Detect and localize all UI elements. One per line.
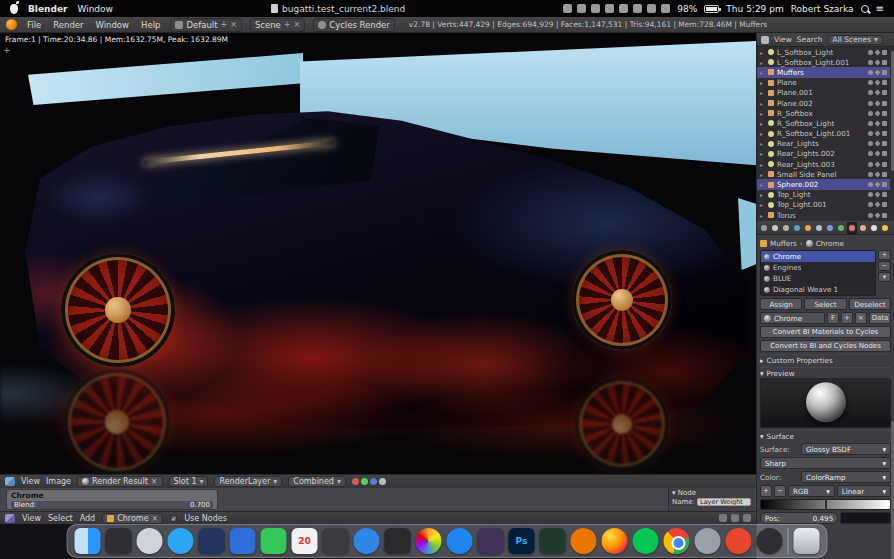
surface-panel-header[interactable]: ▾ Surface [760,430,891,441]
selectability-icon[interactable] [874,90,880,96]
tab-material[interactable] [847,222,857,234]
selectability-icon[interactable] [874,171,880,177]
expand-arrow-icon[interactable]: ▸ [760,212,765,219]
expand-arrow-icon[interactable]: ▸ [760,79,765,86]
slot-remove-button[interactable]: − [878,261,891,271]
renderability-icon[interactable] [882,121,887,126]
selectability-icon[interactable] [874,161,880,167]
preview-panel-header[interactable]: ▾ Preview [760,367,891,378]
dock-terminal-icon[interactable] [385,528,411,554]
renderability-icon[interactable] [882,192,887,197]
expand-arrow-icon[interactable]: ▸ [760,161,765,168]
dock-safari-icon[interactable] [168,528,194,554]
dock-launchpad-icon[interactable] [106,528,132,554]
window-menu[interactable]: Window [77,4,113,14]
colorramp-gradient[interactable] [760,499,891,510]
visibility-icon[interactable] [868,80,873,85]
visibility-icon[interactable] [868,151,873,156]
tab-render[interactable] [759,222,769,234]
material-unlink-button[interactable]: × [152,514,159,523]
spotlight-icon[interactable] [861,5,869,13]
link-data-button[interactable]: Data [869,312,891,324]
outliner-item-Top_Light[interactable]: ▸Top_Light [757,190,890,200]
new-material-button[interactable]: + [841,312,853,324]
renderability-icon[interactable] [882,111,887,116]
outliner-item-R_Softbox[interactable]: ▸R_Softbox [757,108,890,118]
green-channel-icon[interactable] [361,478,368,485]
expand-arrow-icon[interactable]: ▸ [760,49,765,56]
apple-menu-icon[interactable] [10,4,18,14]
expand-arrow-icon[interactable]: ▸ [760,201,765,208]
material-name-field[interactable]: Chrome [760,312,825,324]
expand-arrow-icon[interactable]: ▸ [760,130,765,137]
render-engine-selector[interactable]: Cycles Render [313,18,395,32]
keyboard-icon[interactable] [563,4,572,13]
notification-center-icon[interactable]: ≡ [876,3,884,14]
dock-trash-icon[interactable] [794,528,820,554]
renderability-icon[interactable] [882,131,887,136]
dock-calendar-icon[interactable]: 20 [292,528,318,554]
outliner-item-Rear_Lights.002[interactable]: ▸Rear_Lights.002 [757,149,890,159]
outliner-item-R_Softbox_Light[interactable]: ▸R_Softbox_Light [757,118,890,128]
ramp-mode-dropdown[interactable]: RGB ▾ [788,485,835,497]
blend-slider[interactable]: Blend: 0.700 [11,501,213,509]
unlink-material-button[interactable]: × [855,312,867,324]
dock-notes-icon[interactable] [323,528,349,554]
surface-shader-dropdown[interactable]: Glossy BSDF ▾ [801,443,891,455]
visibility-icon[interactable] [868,101,873,106]
snap-icon[interactable] [719,514,727,522]
panel-collapse-icon[interactable]: ▾ [760,369,764,378]
selectability-icon[interactable] [874,151,880,157]
layout-close-button[interactable]: × [230,20,237,29]
ramp-color-swatch[interactable] [840,512,891,524]
outliner-item-Rear_Lights[interactable]: ▸Rear_Lights [757,139,890,149]
renderability-icon[interactable] [882,60,887,65]
dock-finder-icon[interactable] [75,528,101,554]
slot-add-button[interactable]: + [878,250,891,260]
blue-channel-icon[interactable] [370,478,377,485]
visibility-icon[interactable] [868,192,873,197]
renderability-icon[interactable] [882,162,887,167]
expand-arrow-icon[interactable]: ▸ [760,140,765,147]
menubar-user[interactable]: Robert Szarka [791,4,854,14]
convert-cycles-nodes-button[interactable]: Convert to BI and Cycles Nodes [760,340,891,352]
alpha-channel-icon[interactable] [379,478,386,485]
visibility-icon[interactable] [868,60,873,65]
renderability-icon[interactable] [882,70,887,75]
node-add-menu[interactable]: Add [80,514,96,523]
visibility-icon[interactable] [868,70,873,75]
render-pass-selector[interactable]: Combined ▾ [288,476,346,487]
selectability-icon[interactable] [874,192,880,198]
selectability-icon[interactable] [874,69,880,75]
dock-firefox-icon[interactable] [602,528,628,554]
image-unlink-button[interactable]: × [151,477,158,486]
slot-selector[interactable]: Slot 1 ▾ [169,476,209,487]
tab-object[interactable] [803,222,813,234]
custom-properties-panel[interactable]: ▸ Custom Properties [760,354,891,365]
layer-weight-node[interactable]: Chrome Blend: 0.700 Normal [6,489,218,510]
dock-facetime-icon[interactable] [354,528,380,554]
renderability-icon[interactable] [882,50,887,55]
outliner-item-Muffers[interactable]: ▸Muffers [757,67,890,77]
expand-arrow-icon[interactable]: ▸ [760,59,765,66]
red-channel-icon[interactable] [352,478,359,485]
ramp-add-button[interactable]: + [760,485,772,497]
outliner-item-R_Softbox_Light.001[interactable]: ▸R_Softbox_Light.001 [757,129,890,139]
ramp-position-field[interactable]: Pos: 0.495 [760,512,838,524]
dock-photoshop-icon[interactable]: Ps [509,528,535,554]
tab-scene[interactable] [781,222,791,234]
deselect-button[interactable]: Deselect [849,298,891,310]
expand-arrow-icon[interactable]: ▸ [760,69,765,76]
outliner-item-Plane.002[interactable]: ▸Plane.002 [757,98,890,108]
dock-app-gray-icon[interactable] [695,528,721,554]
dock-siri-icon[interactable] [137,528,163,554]
panel-collapse-icon[interactable]: ▾ [672,489,676,497]
visibility-icon[interactable] [868,202,873,207]
material-slot-Engines[interactable]: Engines [761,262,875,273]
expand-arrow-icon[interactable]: ▸ [760,181,765,188]
selectability-icon[interactable] [874,49,880,55]
selectability-icon[interactable] [874,80,880,86]
visibility-icon[interactable] [868,121,873,126]
node-material-datablock[interactable]: Chrome × [102,513,163,524]
selectability-icon[interactable] [874,100,880,106]
